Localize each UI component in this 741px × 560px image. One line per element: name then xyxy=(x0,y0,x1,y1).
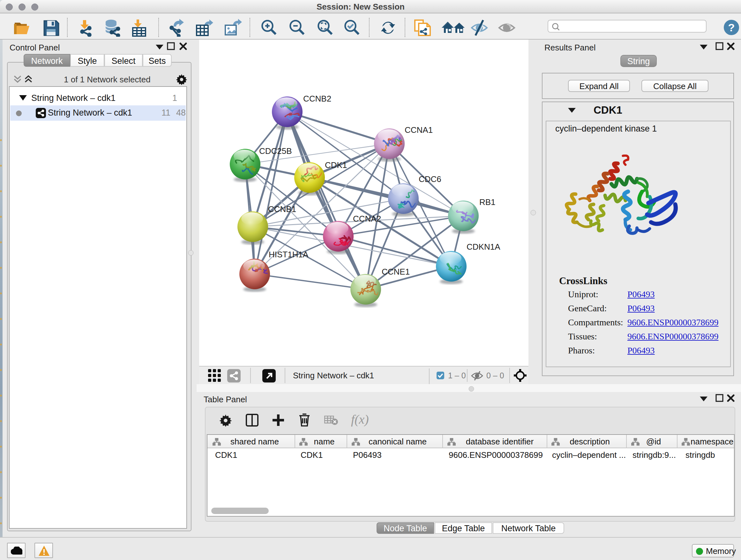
svg-text:?: ? xyxy=(728,21,735,34)
svg-text:RB1: RB1 xyxy=(479,197,495,207)
svg-text:CCNB2: CCNB2 xyxy=(303,94,331,104)
svg-text:CCNE1: CCNE1 xyxy=(382,267,410,276)
svg-text:CCNB1: CCNB1 xyxy=(268,204,296,214)
svg-text:CDC6: CDC6 xyxy=(419,174,441,184)
svg-text:HIST1H1A: HIST1H1A xyxy=(269,250,309,259)
svg-text:CCNA1: CCNA1 xyxy=(405,125,433,135)
svg-text:CCNA2: CCNA2 xyxy=(353,214,381,224)
svg-text:CDKN1A: CDKN1A xyxy=(467,242,500,252)
svg-text:CDK1: CDK1 xyxy=(325,160,347,170)
svg-text:CDC25B: CDC25B xyxy=(259,146,292,156)
